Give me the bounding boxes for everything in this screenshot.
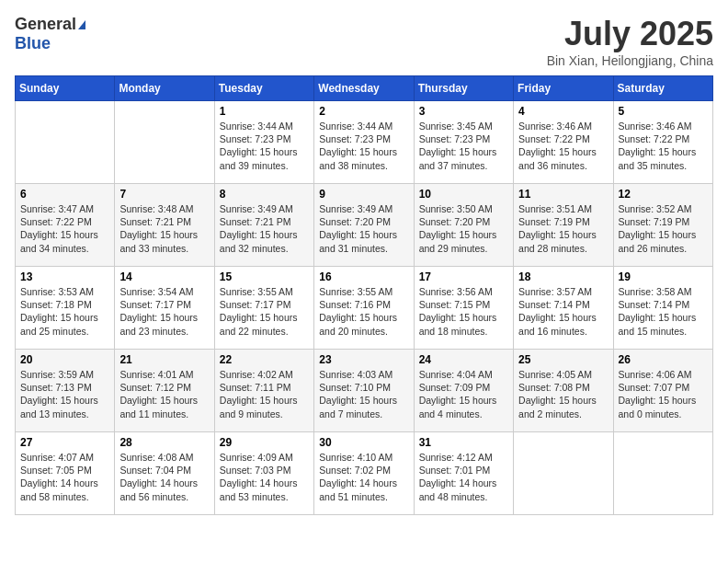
- day-cell: 18Sunrise: 3:57 AM Sunset: 7:14 PM Dayli…: [514, 267, 613, 350]
- day-cell: 17Sunrise: 3:56 AM Sunset: 7:15 PM Dayli…: [414, 267, 513, 350]
- day-info: Sunrise: 3:49 AM Sunset: 7:21 PM Dayligh…: [220, 202, 309, 255]
- day-cell: 4Sunrise: 3:46 AM Sunset: 7:22 PM Daylig…: [514, 101, 613, 184]
- day-number: 7: [119, 188, 209, 201]
- day-info: Sunrise: 3:49 AM Sunset: 7:20 PM Dayligh…: [319, 202, 408, 255]
- day-number: 13: [20, 270, 109, 283]
- day-cell: [613, 432, 712, 515]
- day-cell: 25Sunrise: 4:05 AM Sunset: 7:08 PM Dayli…: [514, 350, 613, 432]
- day-cell: [514, 432, 613, 515]
- day-cell: 6Sunrise: 3:47 AM Sunset: 7:22 PM Daylig…: [16, 184, 115, 267]
- day-number: 1: [220, 105, 309, 118]
- day-number: 19: [619, 270, 708, 283]
- day-number: 4: [518, 105, 608, 118]
- day-info: Sunrise: 3:56 AM Sunset: 7:15 PM Dayligh…: [419, 285, 508, 338]
- day-cell: [115, 101, 214, 184]
- day-info: Sunrise: 3:47 AM Sunset: 7:22 PM Dayligh…: [20, 202, 109, 255]
- day-cell: 1Sunrise: 3:44 AM Sunset: 7:23 PM Daylig…: [214, 101, 313, 184]
- logo-icon: [78, 20, 85, 29]
- day-info: Sunrise: 3:55 AM Sunset: 7:16 PM Dayligh…: [319, 285, 408, 338]
- day-header-wednesday: Wednesday: [314, 76, 414, 101]
- day-number: 28: [119, 436, 209, 449]
- day-cell: 15Sunrise: 3:55 AM Sunset: 7:17 PM Dayli…: [214, 267, 313, 350]
- page-header: General Blue July 2025 Bin Xian, Heilong…: [15, 15, 713, 68]
- week-row-1: 1Sunrise: 3:44 AM Sunset: 7:23 PM Daylig…: [16, 101, 713, 184]
- day-number: 24: [419, 353, 508, 366]
- day-cell: 29Sunrise: 4:09 AM Sunset: 7:03 PM Dayli…: [214, 432, 313, 515]
- day-number: 26: [619, 353, 708, 366]
- day-header-monday: Monday: [115, 76, 214, 101]
- day-number: 14: [119, 270, 209, 283]
- day-number: 11: [518, 188, 608, 201]
- day-info: Sunrise: 4:10 AM Sunset: 7:02 PM Dayligh…: [319, 451, 408, 503]
- day-cell: 14Sunrise: 3:54 AM Sunset: 7:17 PM Dayli…: [115, 267, 214, 350]
- day-number: 6: [20, 188, 109, 201]
- day-info: Sunrise: 3:52 AM Sunset: 7:19 PM Dayligh…: [619, 202, 708, 255]
- day-info: Sunrise: 3:58 AM Sunset: 7:14 PM Dayligh…: [619, 285, 708, 338]
- day-number: 27: [20, 436, 109, 449]
- day-header-friday: Friday: [514, 76, 613, 101]
- day-cell: 12Sunrise: 3:52 AM Sunset: 7:19 PM Dayli…: [613, 184, 712, 267]
- day-number: 12: [619, 188, 708, 201]
- day-cell: 31Sunrise: 4:12 AM Sunset: 7:01 PM Dayli…: [414, 432, 513, 515]
- day-cell: 22Sunrise: 4:02 AM Sunset: 7:11 PM Dayli…: [214, 350, 313, 432]
- day-info: Sunrise: 3:44 AM Sunset: 7:23 PM Dayligh…: [319, 120, 408, 172]
- day-info: Sunrise: 3:46 AM Sunset: 7:22 PM Dayligh…: [619, 120, 708, 172]
- day-info: Sunrise: 3:48 AM Sunset: 7:21 PM Dayligh…: [119, 202, 209, 255]
- day-cell: 26Sunrise: 4:06 AM Sunset: 7:07 PM Dayli…: [613, 350, 712, 432]
- day-number: 2: [319, 105, 408, 118]
- day-info: Sunrise: 3:57 AM Sunset: 7:14 PM Dayligh…: [518, 285, 608, 338]
- day-header-sunday: Sunday: [16, 76, 115, 101]
- week-row-3: 13Sunrise: 3:53 AM Sunset: 7:18 PM Dayli…: [16, 267, 713, 350]
- day-cell: 11Sunrise: 3:51 AM Sunset: 7:19 PM Dayli…: [514, 184, 613, 267]
- day-headers-row: SundayMondayTuesdayWednesdayThursdayFrid…: [16, 76, 713, 101]
- day-info: Sunrise: 4:02 AM Sunset: 7:11 PM Dayligh…: [220, 368, 309, 420]
- day-number: 22: [220, 353, 309, 366]
- day-info: Sunrise: 4:03 AM Sunset: 7:10 PM Dayligh…: [319, 368, 408, 420]
- week-row-2: 6Sunrise: 3:47 AM Sunset: 7:22 PM Daylig…: [16, 184, 713, 267]
- day-cell: 30Sunrise: 4:10 AM Sunset: 7:02 PM Dayli…: [314, 432, 414, 515]
- day-number: 9: [319, 188, 408, 201]
- day-cell: 27Sunrise: 4:07 AM Sunset: 7:05 PM Dayli…: [16, 432, 115, 515]
- day-header-thursday: Thursday: [414, 76, 513, 101]
- day-cell: 24Sunrise: 4:04 AM Sunset: 7:09 PM Dayli…: [414, 350, 513, 432]
- day-number: 3: [419, 105, 508, 118]
- day-cell: 28Sunrise: 4:08 AM Sunset: 7:04 PM Dayli…: [115, 432, 214, 515]
- title-area: July 2025 Bin Xian, Heilongjiang, China: [547, 15, 713, 68]
- day-info: Sunrise: 3:55 AM Sunset: 7:17 PM Dayligh…: [220, 285, 309, 338]
- location-text: Bin Xian, Heilongjiang, China: [547, 53, 713, 68]
- day-info: Sunrise: 3:59 AM Sunset: 7:13 PM Dayligh…: [20, 368, 109, 420]
- day-number: 17: [419, 270, 508, 283]
- day-number: 30: [319, 436, 408, 449]
- day-cell: 13Sunrise: 3:53 AM Sunset: 7:18 PM Dayli…: [16, 267, 115, 350]
- day-info: Sunrise: 4:09 AM Sunset: 7:03 PM Dayligh…: [220, 451, 309, 503]
- day-cell: 21Sunrise: 4:01 AM Sunset: 7:12 PM Dayli…: [115, 350, 214, 432]
- day-number: 23: [319, 353, 408, 366]
- day-number: 5: [619, 105, 708, 118]
- day-info: Sunrise: 3:53 AM Sunset: 7:18 PM Dayligh…: [20, 285, 109, 338]
- day-info: Sunrise: 4:05 AM Sunset: 7:08 PM Dayligh…: [518, 368, 608, 420]
- day-number: 31: [419, 436, 508, 449]
- day-info: Sunrise: 4:04 AM Sunset: 7:09 PM Dayligh…: [419, 368, 508, 420]
- logo-general-text: General: [15, 15, 76, 34]
- day-number: 8: [220, 188, 309, 201]
- day-number: 18: [518, 270, 608, 283]
- day-cell: 7Sunrise: 3:48 AM Sunset: 7:21 PM Daylig…: [115, 184, 214, 267]
- logo: General Blue: [15, 15, 85, 53]
- day-cell: 9Sunrise: 3:49 AM Sunset: 7:20 PM Daylig…: [314, 184, 414, 267]
- day-header-saturday: Saturday: [613, 76, 712, 101]
- day-cell: 19Sunrise: 3:58 AM Sunset: 7:14 PM Dayli…: [613, 267, 712, 350]
- day-number: 29: [220, 436, 309, 449]
- calendar-table: SundayMondayTuesdayWednesdayThursdayFrid…: [15, 75, 713, 515]
- week-row-4: 20Sunrise: 3:59 AM Sunset: 7:13 PM Dayli…: [16, 350, 713, 432]
- day-cell: [16, 101, 115, 184]
- logo-blue-text: Blue: [15, 34, 51, 53]
- day-info: Sunrise: 3:51 AM Sunset: 7:19 PM Dayligh…: [518, 202, 608, 255]
- day-info: Sunrise: 4:06 AM Sunset: 7:07 PM Dayligh…: [619, 368, 708, 420]
- day-cell: 5Sunrise: 3:46 AM Sunset: 7:22 PM Daylig…: [613, 101, 712, 184]
- day-cell: 2Sunrise: 3:44 AM Sunset: 7:23 PM Daylig…: [314, 101, 414, 184]
- day-number: 15: [220, 270, 309, 283]
- day-number: 20: [20, 353, 109, 366]
- day-cell: 8Sunrise: 3:49 AM Sunset: 7:21 PM Daylig…: [214, 184, 313, 267]
- day-cell: 3Sunrise: 3:45 AM Sunset: 7:23 PM Daylig…: [414, 101, 513, 184]
- day-number: 21: [119, 353, 209, 366]
